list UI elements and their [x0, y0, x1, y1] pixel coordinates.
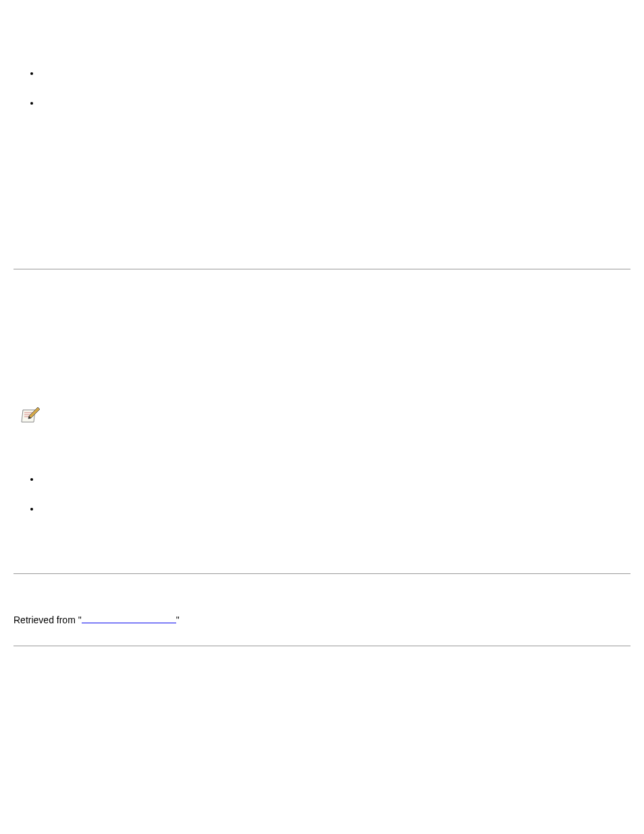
retrieved-link[interactable]	[82, 623, 176, 623]
bullet-list-2	[14, 473, 630, 514]
list-item	[41, 503, 630, 514]
divider	[14, 646, 630, 646]
retrieved-suffix: "	[176, 615, 180, 625]
note-pencil-icon	[20, 405, 42, 426]
list-item	[41, 473, 630, 484]
list-item	[41, 97, 630, 108]
bullet-list-1	[14, 68, 630, 108]
divider	[14, 269, 630, 269]
retrieved-prefix: Retrieved from "	[14, 615, 82, 625]
list-item	[41, 68, 630, 78]
retrieved-from: Retrieved from ""	[14, 615, 630, 625]
divider	[14, 573, 630, 574]
